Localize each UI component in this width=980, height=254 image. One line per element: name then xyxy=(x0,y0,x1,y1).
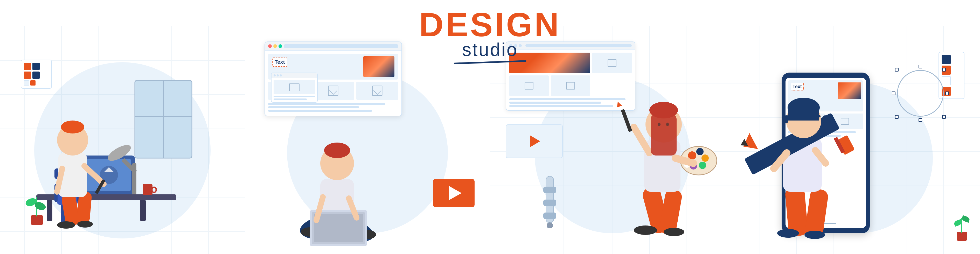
browser-dot-red xyxy=(268,44,272,48)
svg-point-78 xyxy=(777,229,799,238)
svg-rect-9 xyxy=(140,200,146,221)
svg-rect-77 xyxy=(805,188,829,238)
cp-swatch-navy xyxy=(942,55,951,64)
small-video-box xyxy=(506,124,563,158)
design-thumb-2 xyxy=(509,75,549,96)
handle-bottom xyxy=(918,118,922,122)
panel-1-person-svg xyxy=(16,65,202,241)
panel-3-person-svg xyxy=(598,62,727,244)
panel-4-person-svg xyxy=(735,52,916,246)
small-play-icon xyxy=(530,135,540,147)
svg-point-47 xyxy=(324,143,350,158)
svg-point-74 xyxy=(658,122,660,126)
svg-point-54 xyxy=(547,222,553,228)
title-studio: studio xyxy=(462,39,518,60)
browser-small-dot-2 xyxy=(277,75,279,76)
browser-hero-img xyxy=(363,56,395,77)
svg-point-57 xyxy=(634,225,657,235)
svg-rect-69 xyxy=(621,109,632,132)
svg-rect-72 xyxy=(651,114,676,156)
panel-1 xyxy=(0,26,245,254)
svg-marker-70 xyxy=(616,101,622,108)
browser-bar xyxy=(265,42,401,51)
svg-rect-14 xyxy=(152,187,156,192)
svg-rect-13 xyxy=(143,184,153,195)
svg-point-75 xyxy=(666,122,669,126)
panel-4: Text xyxy=(735,26,980,254)
title-design: DESIGN xyxy=(419,8,561,41)
browser-dot-green xyxy=(278,44,282,48)
browser-url-bar xyxy=(284,44,398,48)
svg-point-28 xyxy=(77,221,93,227)
svg-point-31 xyxy=(61,121,84,133)
svg-point-58 xyxy=(663,228,684,236)
svg-point-62 xyxy=(696,148,703,155)
design-line-2 xyxy=(509,102,601,104)
plant-stem xyxy=(961,218,963,233)
browser-small-dot-1 xyxy=(274,75,276,76)
design-thumb-3 xyxy=(551,75,590,96)
handle-top xyxy=(918,65,922,68)
svg-rect-52 xyxy=(543,200,556,206)
svg-line-67 xyxy=(675,158,694,163)
svg-point-27 xyxy=(57,221,75,229)
handle-bottom-right xyxy=(942,115,946,119)
svg-rect-93 xyxy=(787,115,821,117)
play-triangle-icon xyxy=(449,186,461,200)
browser-small-bar xyxy=(272,73,317,78)
panel-2-person-svg xyxy=(271,91,447,246)
plant-pot xyxy=(957,232,967,241)
browser-hero-text: Text xyxy=(272,57,288,67)
panel-3-robot-svg xyxy=(539,176,560,228)
svg-rect-90 xyxy=(788,108,819,121)
title-area: DESIGN studio xyxy=(419,8,561,63)
svg-point-63 xyxy=(702,154,709,162)
browser-dot-yellow xyxy=(273,44,277,48)
svg-point-79 xyxy=(805,231,825,239)
svg-point-73 xyxy=(649,102,678,119)
main-container: DESIGN studio xyxy=(0,0,980,254)
svg-point-64 xyxy=(699,162,706,169)
handle-right xyxy=(945,92,949,95)
svg-rect-53 xyxy=(543,213,556,219)
svg-rect-92 xyxy=(823,115,827,123)
handle-top-right xyxy=(942,68,946,71)
browser-small-dot-3 xyxy=(280,75,282,76)
svg-rect-8 xyxy=(47,200,52,221)
svg-rect-15 xyxy=(31,215,43,225)
cp-row-1 xyxy=(942,55,961,64)
svg-rect-51 xyxy=(543,187,556,193)
plant-decoration xyxy=(954,210,970,241)
plant-leaf-right xyxy=(961,215,970,223)
